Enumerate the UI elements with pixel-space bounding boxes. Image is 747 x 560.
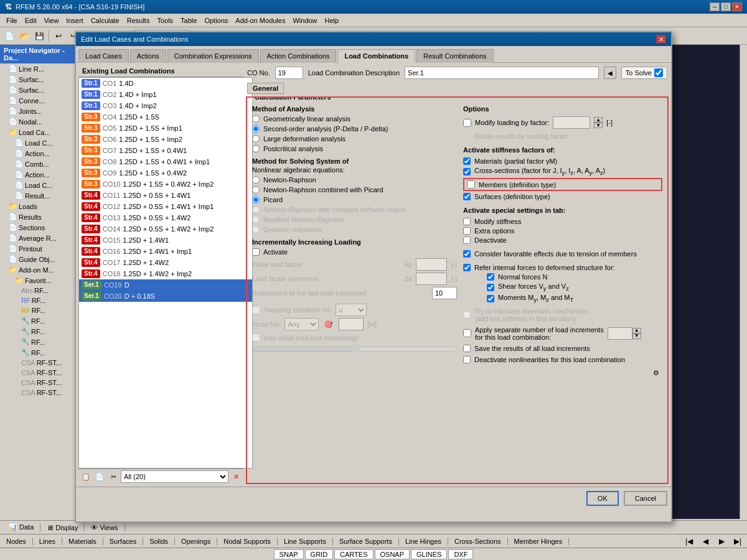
settings-icon[interactable]: ⚙ <box>650 367 662 380</box>
apply-input[interactable] <box>608 327 632 340</box>
kinematic-checkbox[interactable] <box>463 311 471 319</box>
status-line-supports[interactable]: Line Supports <box>278 538 333 545</box>
tree-surface2[interactable]: 📄Surfac... <box>0 85 80 95</box>
cancel-button[interactable]: Cancel <box>624 491 667 506</box>
list-row-co2[interactable]: Str.1CO21.4D + Imp1 <box>79 89 252 100</box>
description-arrow[interactable]: ◀ <box>604 67 616 79</box>
toolbar-save[interactable]: 💾 <box>32 29 46 43</box>
menu-tools[interactable]: Tools <box>153 16 177 26</box>
tree-comb[interactable]: 📄Comb... <box>0 159 80 169</box>
list-row-co17[interactable]: Str.4CO171.25D + 1.4W2 <box>79 257 252 268</box>
tree-load-c[interactable]: 📄Load C... <box>0 138 80 148</box>
list-row-co15[interactable]: Str.4CO151.25D + 1.4W1 <box>79 235 252 246</box>
menu-help[interactable]: Help <box>321 16 343 26</box>
toolbar-undo[interactable]: ↩ <box>52 29 65 43</box>
solve-dynamic-radio[interactable] <box>252 226 260 233</box>
snap-cartes[interactable]: CARTES <box>334 549 373 559</box>
tab-load-cases[interactable]: Load Cases <box>78 49 129 63</box>
description-input[interactable] <box>405 67 599 79</box>
refer-shear-checkbox[interactable] <box>487 284 494 291</box>
status-cross-sections[interactable]: Cross-Sections <box>448 538 508 545</box>
solve-nr-picard-radio[interactable] <box>252 186 260 194</box>
menu-edit[interactable]: Edit <box>21 16 40 26</box>
to-solve-checkbox[interactable] <box>654 68 663 77</box>
refer-moments-checkbox[interactable] <box>487 295 494 302</box>
incremental-activate-checkbox[interactable] <box>252 248 260 256</box>
tree-line-r[interactable]: 📄Line R... <box>0 63 80 74</box>
list-row-co13[interactable]: Str.4CO131.25D + 0.5S + 1.4W2 <box>79 212 252 223</box>
tree-favorit[interactable]: 📁Favorit... <box>0 275 80 286</box>
tree-loadcases[interactable]: 📁Load Ca... <box>0 127 80 138</box>
list-row-co5[interactable]: Str.3CO51.25D + 1.5S + Imp1 <box>79 123 252 134</box>
status-surfaces[interactable]: Surfaces <box>103 538 143 545</box>
tree-rf7[interactable]: 🔧RF... <box>0 347 80 358</box>
status-nodes[interactable]: Nodes <box>0 538 33 545</box>
tree-rf3[interactable]: RFRF... <box>0 306 80 315</box>
stopping-select[interactable]: u <box>336 304 367 316</box>
status-solids[interactable]: Solids <box>143 538 175 545</box>
solve-picard-radio[interactable] <box>252 196 260 203</box>
tab-combination-expressions[interactable]: Combination Expressions <box>167 49 259 63</box>
list-copy-button[interactable]: 📄 <box>93 470 106 483</box>
nav-next[interactable]: ▶ <box>715 534 728 548</box>
dialog-close-button[interactable]: ✕ <box>656 35 666 44</box>
list-row-co9[interactable]: Str.3CO91.25D + 1.5S + 0.4W2 <box>79 167 252 179</box>
analysis-geo-linear-radio[interactable] <box>252 115 260 123</box>
toolbar-new[interactable]: 📄 <box>2 29 16 43</box>
refer-normal-checkbox[interactable] <box>487 273 494 281</box>
list-row-co10[interactable]: Str.3CO101.25D + 1.5S + 0.4W2 + Imp2 <box>79 179 252 190</box>
apply-separate-checkbox[interactable] <box>463 329 471 337</box>
solve-nr-radio[interactable] <box>252 176 260 184</box>
tree-result[interactable]: 📄Result... <box>0 190 80 201</box>
modify-spin-down[interactable]: ▼ <box>594 123 603 128</box>
list-row-co3[interactable]: Str.1CO31.4D + Imp2 <box>79 100 252 111</box>
tree-rf4[interactable]: 🔧RF... <box>0 315 80 326</box>
modify-loading-checkbox[interactable] <box>463 119 471 127</box>
tree-rf1[interactable]: AbsRF... <box>0 286 80 296</box>
status-materials[interactable]: Materials <box>62 538 103 545</box>
snap-snap[interactable]: SNAP <box>274 549 304 559</box>
status-line-hinges[interactable]: Line Hinges <box>399 538 448 545</box>
refinement-input[interactable] <box>432 287 457 299</box>
list-row-co18[interactable]: Str.4CO181.25D + 1.4W2 + Imp2 <box>79 268 252 279</box>
close-button[interactable]: ✕ <box>732 2 742 11</box>
node-select[interactable]: Any <box>284 318 319 330</box>
tab-load-combinations[interactable]: Load Combinations <box>337 49 415 63</box>
list-row-co14[interactable]: Str.4CO141.25D + 0.5S + 1.4W2 + Imp2 <box>79 223 252 235</box>
menu-file[interactable]: File <box>2 16 21 26</box>
use-initial-checkbox[interactable] <box>252 334 260 342</box>
status-surface-supports[interactable]: Surface Supports <box>333 538 399 545</box>
menu-view[interactable]: View <box>40 16 63 26</box>
snap-osnap[interactable]: OSNAP <box>375 549 410 559</box>
solve-nr-const-radio[interactable] <box>252 206 260 213</box>
status-lines[interactable]: Lines <box>33 538 62 545</box>
tree-rf-st4[interactable]: CSARF-ST... <box>0 388 80 398</box>
modify-loading-input[interactable] <box>553 116 590 129</box>
minimize-button[interactable]: ─ <box>710 2 720 11</box>
list-filter-dropdown[interactable]: All (20) <box>121 470 228 483</box>
analysis-large-def-radio[interactable] <box>252 135 260 142</box>
list-row-co8[interactable]: Str.3CO81.25D + 1.5S + 0.4W1 + Imp1 <box>79 156 252 167</box>
tab-action-combinations[interactable]: Action Combinations <box>260 49 337 63</box>
snap-glines[interactable]: GLINES <box>411 549 447 559</box>
maximize-button[interactable]: □ <box>721 2 731 11</box>
list-row-co4[interactable]: Str.3CO41.25D + 1.5S <box>79 111 252 123</box>
stiffness-surfaces-checkbox[interactable] <box>463 193 471 200</box>
tree-results[interactable]: 📄Results <box>0 212 80 222</box>
tree-load-c2[interactable]: 📄Load C... <box>0 180 80 190</box>
nav-first[interactable]: |◀ <box>682 534 696 548</box>
save-results-checkbox[interactable] <box>463 345 471 352</box>
tree-conne[interactable]: 📄Conne... <box>0 95 80 106</box>
snap-dxf[interactable]: DXF <box>448 549 473 559</box>
menu-options[interactable]: Options <box>200 16 232 26</box>
node-picker-btn[interactable]: 🎯 <box>322 318 335 330</box>
tree-nodal[interactable]: 📄Nodal... <box>0 116 80 127</box>
tree-action[interactable]: 📄Action... <box>0 148 80 159</box>
stopping-checkbox[interactable] <box>252 306 260 314</box>
list-row-co20[interactable]: Ser.1CO20D + 0.18S <box>79 291 252 302</box>
list-clear-button[interactable]: ✕ <box>230 470 242 483</box>
consider-tension-checkbox[interactable] <box>463 250 471 258</box>
menu-insert[interactable]: Insert <box>62 16 87 26</box>
nav-last[interactable]: ▶| <box>731 534 745 548</box>
tree-printout[interactable]: 📄Printout <box>0 243 80 254</box>
